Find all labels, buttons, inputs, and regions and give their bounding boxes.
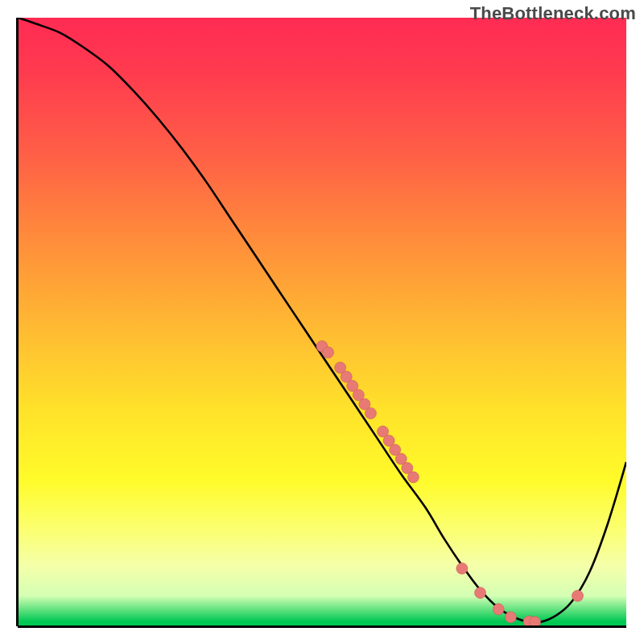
bottleneck-curve <box>18 18 626 622</box>
data-marker <box>456 563 468 574</box>
data-marker <box>407 472 419 483</box>
data-markers <box>316 341 584 626</box>
data-marker <box>572 590 584 601</box>
x-axis <box>18 625 626 628</box>
data-marker <box>323 347 334 358</box>
chart-svg <box>18 18 626 626</box>
y-axis <box>16 18 19 626</box>
frame-mask <box>0 0 644 18</box>
data-marker <box>493 604 504 615</box>
data-marker <box>505 612 516 623</box>
frame-mask <box>626 0 644 644</box>
frame-mask <box>0 0 18 644</box>
data-marker <box>365 407 376 419</box>
plot-area <box>18 18 626 626</box>
data-marker <box>475 587 486 598</box>
bottleneck-chart: TheBottleneck.com <box>0 0 644 644</box>
frame-mask <box>0 626 644 644</box>
